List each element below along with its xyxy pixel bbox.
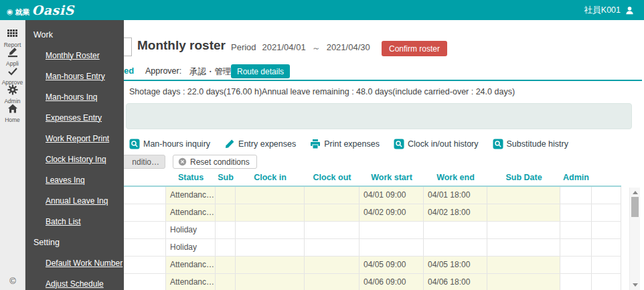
menu-link-leaves-inq[interactable]: Leaves Inq [46,175,85,185]
cell-clock-out [305,204,359,221]
toolbar-link-print-expenses[interactable]: Print expenses [310,139,380,149]
cell-admin [560,222,592,238]
section-divider [87,80,642,81]
check-icon [7,66,18,79]
home-icon [7,103,18,117]
menu-section-setting: Setting [25,232,124,252]
cell-sub-date [487,204,560,221]
copyright-mark: © [0,276,25,286]
menu-item-row: Leaves Inq [25,169,124,190]
cell-sub-date [487,257,560,273]
menu-link-monthly-roster[interactable]: Monthly Roster [46,51,100,60]
menu-link-clock-history-inq[interactable]: Clock History Inq [46,155,106,164]
column-header-blank [592,170,621,186]
page-title: Monthly roster [137,38,226,53]
column-header-work-end: Work end [424,170,487,186]
menu-link-adjust-schedule[interactable]: Adjust Schedule [46,279,104,289]
cell-blank [592,274,621,290]
menu-section-work: Work [25,24,124,45]
cell-admin [560,239,592,256]
cell-clock-out [305,222,359,238]
reset-conditions-button[interactable]: Reset conditions [173,155,257,169]
roster-toolbar: Man-hours inquiryEntry expensesPrint exp… [129,137,568,151]
search-badge-icon [394,139,404,149]
search-badge-icon [129,139,140,149]
menu-link-man-hours-inq[interactable]: Man-hours Inq [46,92,97,102]
cell-work-end: 04/02 18:00 [424,204,487,221]
menu-item-row: Work Report Print [25,128,124,149]
route-details-button[interactable]: Route details [231,64,290,78]
toolbar-link-substitude-histry[interactable]: Substitude histry [493,139,568,149]
reset-conditions-label: Reset conditions [190,157,250,167]
user-icon [625,5,635,15]
menu-item-row: Adjust Schedule [25,273,124,290]
cell-sub [216,222,236,238]
table-row[interactable]: Attendanc…04/02 09:0004/02 18:00 [87,204,621,222]
menu-link-default-work-number[interactable]: Default Work Number [46,259,123,268]
app-logo[interactable]: ◉ 就業 OasiS [7,3,74,17]
cell-status: Attendanc… [166,274,216,290]
menu-link-man-hours-entry[interactable]: Man-hours Entry [46,72,105,81]
cell-clock-in [236,239,305,256]
rail-item-admin[interactable]: Admin [0,84,25,103]
rail-item-report[interactable]: Report [0,28,25,47]
table-row[interactable]: Attendanc…04/01 09:0004/01 18:00 [87,187,621,204]
cell-blank [592,239,621,256]
period-label: Period [231,42,256,54]
rail-item-appli[interactable]: Appli [0,47,25,66]
toolbar-link-entry-expenses[interactable]: Entry expenses [224,139,296,149]
cell-work-end [424,239,487,256]
menu-link-annual-leave-inq[interactable]: Annual Leave Inq [46,196,108,206]
cell-work-start: 04/02 09:00 [359,204,424,221]
rail-item-approve[interactable]: Approve [0,66,25,84]
navigation-menu: WorkMonthly RosterMan-hours EntryMan-hou… [25,20,124,290]
scroll-down-arrow-icon[interactable] [633,283,638,287]
grid-icon [7,28,18,42]
cell-work-end: 04/01 18:00 [424,187,487,204]
pencil-icon [224,139,235,149]
column-header-status: Status [166,170,216,186]
cell-status: Attendanc… [166,204,216,221]
menu-link-work-report-print[interactable]: Work Report Print [46,134,109,143]
menu-link-expenses-entry[interactable]: Expenses Entry [46,113,102,123]
pencil-underline-icon [7,47,18,60]
roster-table: StatusSubClock inClock outWork startWork… [87,170,621,290]
confirm-roster-button[interactable]: Confirm roster [382,41,447,56]
cell-sub [216,239,236,256]
cell-sub-date [487,274,560,290]
menu-link-batch-list[interactable]: Batch List [46,217,81,226]
toolbar-link-label: Clock in/out history [408,139,479,149]
user-menu[interactable]: 社員K001 [584,5,635,16]
cell-admin [560,274,592,290]
period-start-date: 2021/04/01 [262,42,306,54]
cell-blank [592,187,621,204]
table-row[interactable]: Attendanc…04/06 09:0004/06 18:00 [87,274,621,290]
cell-clock-out [305,257,359,273]
table-row[interactable]: Attendanc…04/05 09:0004/05 18:00 [87,257,621,274]
column-header-work-start: Work start [359,170,424,186]
cell-sub-date [487,239,560,256]
cell-sub [216,274,236,290]
toolbar-link-clock-in-out-history[interactable]: Clock in/out history [394,139,479,149]
vertical-scrollbar[interactable] [629,188,640,290]
cell-sub [216,187,236,204]
scrollbar-thumb[interactable] [631,197,639,217]
menu-item-row: Default Work Number [25,252,124,273]
rail-item-home[interactable]: Home [0,103,25,122]
cell-blank [592,204,621,221]
scroll-up-arrow-icon[interactable] [633,191,638,194]
approver-label: Approver: [145,66,181,76]
column-header-admin: Admin [560,170,592,186]
cell-sub-date [487,222,560,238]
cell-work-end: 04/05 18:00 [424,257,487,273]
table-row[interactable]: Holiday [87,222,621,239]
toolbar-link-man-hours-inquiry[interactable]: Man-hours inquiry [129,139,210,149]
table-row[interactable]: Holiday [87,239,621,257]
cell-work-end: 04/06 18:00 [424,274,487,290]
cell-clock-in [236,274,305,290]
menu-item-row: Expenses Entry [25,107,124,128]
toolbar-link-label: Substitude histry [507,139,568,149]
cell-clock-in [236,257,305,273]
toolbar-link-label: Print expenses [324,139,380,149]
menu-item-row: Man-hours Entry [25,66,124,86]
